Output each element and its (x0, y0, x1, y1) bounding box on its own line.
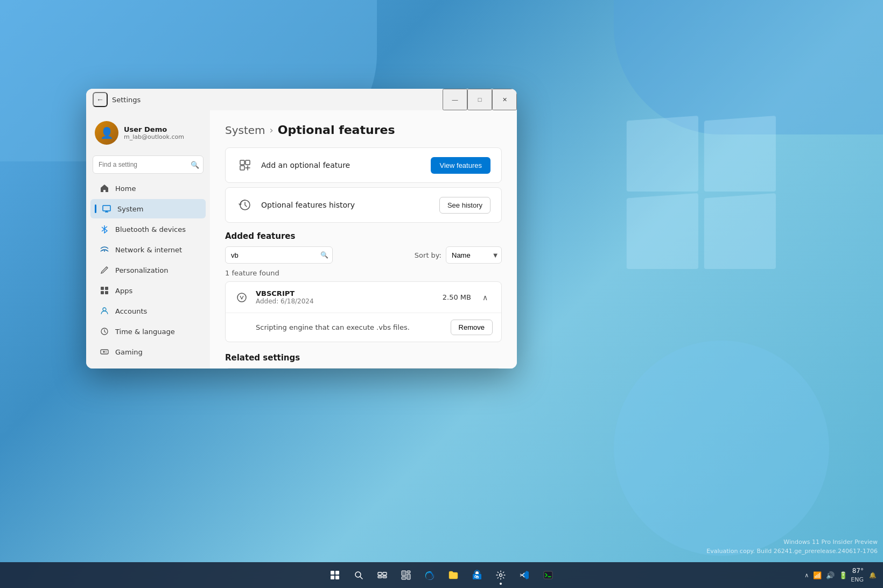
evaluation-watermark: Windows 11 Pro Insider Preview Evaluatio… (706, 538, 878, 556)
user-email: m_lab@outlook.com (124, 133, 184, 140)
taskbar-settings[interactable] (490, 564, 511, 586)
start-button[interactable] (324, 564, 346, 586)
taskbar-clock[interactable]: 87° ENG (851, 566, 864, 584)
svg-rect-27 (383, 572, 387, 575)
network-icon (99, 244, 110, 255)
taskbar: 🛍 ∧ 📶 � (0, 562, 883, 588)
svg-rect-24 (335, 576, 339, 579)
taskbar-store[interactable]: 🛍 (466, 564, 488, 586)
minimize-button[interactable]: — (443, 89, 467, 110)
search-input[interactable] (93, 155, 204, 174)
svg-point-1 (104, 250, 105, 251)
view-features-button[interactable]: View features (431, 157, 490, 174)
sidebar-item-network[interactable]: Network & internet (90, 240, 206, 259)
feature-search-input[interactable] (225, 246, 333, 264)
sidebar: 👤 User Demo m_lab@outlook.com 🔍 Home (86, 110, 210, 369)
svg-rect-30 (402, 571, 406, 576)
sidebar-item-personalization[interactable]: Personalization (90, 260, 206, 280)
window-body: 👤 User Demo m_lab@outlook.com 🔍 Home (86, 110, 517, 369)
gaming-icon (99, 346, 110, 357)
active-indicator (95, 204, 96, 213)
user-profile[interactable]: 👤 User Demo m_lab@outlook.com (86, 115, 210, 151)
tray-up-arrow[interactable]: ∧ (804, 572, 809, 579)
sidebar-item-apps[interactable]: Apps (90, 281, 206, 300)
accessibility-icon (99, 367, 110, 369)
close-button[interactable]: ✕ (492, 89, 517, 110)
svg-rect-26 (378, 572, 382, 575)
filter-search-icon: 🔍 (320, 251, 328, 259)
svg-rect-12 (240, 160, 244, 165)
sidebar-item-time[interactable]: Time & language (90, 322, 206, 341)
see-history-button[interactable]: See history (439, 197, 490, 214)
apps-icon (99, 285, 110, 296)
sidebar-item-system[interactable]: System (90, 199, 206, 218)
tray-network-icon[interactable]: 📶 (813, 571, 822, 579)
sort-select-wrap: Name Size Date added ▼ (446, 246, 502, 264)
expand-button[interactable]: ∧ (478, 290, 493, 305)
feature-item-header: VBSCRIPT Added: 6/18/2024 2.50 MB ∧ (226, 282, 501, 313)
svg-rect-33 (402, 577, 406, 579)
tray-volume-icon[interactable]: 🔊 (826, 571, 835, 579)
svg-rect-3 (105, 287, 108, 290)
taskbar-terminal[interactable] (537, 564, 559, 586)
svg-rect-2 (101, 287, 104, 290)
taskbar-taskview[interactable] (372, 564, 393, 586)
breadcrumb-system: System (225, 124, 265, 137)
remove-button[interactable]: Remove (451, 320, 493, 335)
taskbar-vscode[interactable] (514, 564, 535, 586)
title-bar: ← Settings — □ ✕ (86, 89, 517, 110)
search-box: 🔍 (93, 155, 204, 174)
window-title: Settings (112, 96, 141, 104)
feature-name: VBSCRIPT (256, 289, 443, 297)
sort-select[interactable]: Name Size Date added (446, 246, 502, 264)
taskbar-widgets[interactable] (395, 564, 417, 586)
sidebar-item-bluetooth[interactable]: Bluetooth & devices (90, 219, 206, 239)
svg-rect-13 (246, 160, 250, 165)
svg-rect-32 (407, 574, 410, 579)
add-feature-icon (236, 157, 254, 174)
taskbar-search[interactable] (348, 564, 369, 586)
svg-rect-36 (544, 571, 552, 579)
taskbar-edge[interactable] (419, 564, 440, 586)
added-features-title: Added features (225, 231, 502, 241)
svg-rect-0 (103, 206, 110, 211)
system-icon (101, 203, 112, 214)
search-filter: 🔍 (225, 246, 333, 264)
sort-row: Sort by: Name Size Date added ▼ (415, 246, 502, 264)
feature-size: 2.50 MB (443, 293, 471, 301)
maximize-button[interactable]: □ (467, 89, 492, 110)
page-title: Optional features (278, 123, 395, 137)
sidebar-item-gaming[interactable]: Gaming (90, 342, 206, 362)
notification-icon[interactable]: 🔔 (869, 572, 877, 579)
related-settings-title: Related settings (225, 353, 502, 363)
svg-rect-5 (105, 291, 108, 294)
personalization-icon (99, 265, 110, 275)
feature-item-details: Scripting engine that can execute .vbs f… (226, 313, 501, 342)
bluetooth-icon (99, 224, 110, 235)
sys-tray: ∧ 📶 🔊 🔋 (804, 571, 847, 579)
user-info: User Demo m_lab@outlook.com (124, 125, 184, 140)
sidebar-item-accounts[interactable]: Accounts (90, 301, 206, 321)
svg-rect-21 (331, 571, 334, 575)
tray-battery-icon[interactable]: 🔋 (839, 571, 847, 579)
user-name: User Demo (124, 125, 184, 133)
bg-decoration-2 (614, 0, 883, 134)
svg-rect-31 (407, 571, 410, 573)
feature-item-info: VBSCRIPT Added: 6/18/2024 (256, 289, 443, 305)
history-card: Optional features history See history (225, 187, 502, 223)
svg-rect-28 (378, 576, 382, 578)
sidebar-item-home[interactable]: Home (90, 179, 206, 198)
svg-text:🛍: 🛍 (474, 575, 479, 579)
window-controls: — □ ✕ (443, 89, 517, 110)
back-button[interactable]: ← (93, 92, 108, 107)
svg-rect-22 (335, 571, 339, 575)
found-count: 1 feature found (225, 269, 502, 277)
feature-date: Added: 6/18/2024 (256, 297, 443, 305)
main-content: System › Optional features Add an option… (210, 110, 517, 369)
avatar-image: 👤 (95, 121, 118, 145)
taskbar-explorer[interactable] (443, 564, 464, 586)
more-windows-card[interactable]: More Windows features ↗ (225, 368, 502, 369)
clock-time: 87° (851, 566, 864, 576)
sidebar-item-accessibility[interactable]: Accessibility (90, 363, 206, 369)
filter-row: 🔍 Sort by: Name Size Date added ▼ (225, 246, 502, 264)
